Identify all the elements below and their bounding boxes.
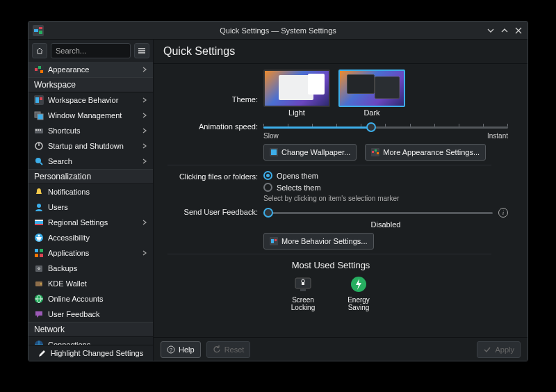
startup-and-shutdown-icon (34, 141, 44, 151)
svg-rect-15 (38, 129, 39, 131)
titlebar[interactable]: Quick Settings — System Settings (28, 22, 528, 40)
selection-hint: Select by clicking on item's selection m… (263, 195, 508, 202)
highlight-changed-button[interactable]: Highlight Changed Settings (28, 345, 153, 361)
svg-rect-24 (35, 224, 43, 225)
backups-icon (34, 263, 44, 273)
svg-rect-9 (35, 97, 39, 103)
svg-rect-39 (372, 151, 374, 153)
svg-point-33 (40, 284, 42, 285)
animation-speed-slider[interactable] (263, 121, 508, 133)
sidebar-item-notifications[interactable]: Notifications (28, 184, 153, 199)
clicking-files-label: Clicking files or folders: (154, 171, 263, 181)
svg-line-20 (40, 163, 42, 165)
radio-selects[interactable]: Selects them (263, 183, 508, 192)
window-management-icon (34, 111, 44, 120)
svg-rect-5 (35, 68, 38, 71)
svg-rect-3 (39, 31, 42, 34)
app-icon (33, 25, 44, 36)
svg-rect-1 (34, 29, 38, 32)
energy-saving-icon (349, 275, 368, 294)
reset-button[interactable]: Reset (206, 341, 251, 358)
online-accounts-icon (34, 294, 44, 304)
chevron-right-icon (142, 250, 147, 256)
svg-point-21 (37, 204, 41, 208)
sidebar-item-window-management[interactable]: Window Management (28, 108, 153, 123)
sidebar-item-applications[interactable]: Applications (28, 245, 153, 261)
svg-rect-44 (275, 239, 277, 241)
chevron-right-icon (142, 128, 147, 133)
sidebar: Search... AppearanceWorkspaceWorkspace B… (28, 40, 154, 361)
info-icon[interactable]: i (498, 208, 508, 218)
svg-rect-2 (39, 27, 42, 29)
sidebar-item-accessibility[interactable]: Accessibility (28, 230, 153, 245)
minimize-button[interactable] (484, 24, 497, 37)
svg-rect-29 (35, 254, 38, 257)
svg-rect-30 (40, 254, 43, 257)
sidebar-section-network: Network (28, 322, 153, 337)
chevron-right-icon (142, 113, 147, 118)
page-title: Quick Settings (154, 40, 528, 64)
sidebar-item-shortcuts[interactable]: Shortcuts (28, 123, 153, 138)
feedback-status: Disabled (263, 220, 508, 229)
feedback-label: Send User Feedback: (154, 206, 263, 216)
chevron-right-icon (142, 97, 147, 103)
svg-rect-43 (271, 239, 274, 243)
radio-icon (263, 183, 272, 192)
chevron-right-icon (142, 143, 147, 149)
help-button[interactable]: ? Help (161, 341, 201, 358)
chevron-right-icon (142, 158, 147, 164)
apply-button[interactable]: Apply (477, 341, 521, 358)
sidebar-item-search[interactable]: Search (28, 154, 153, 169)
svg-point-19 (35, 158, 41, 163)
connections-icon (34, 340, 44, 345)
svg-rect-48 (300, 289, 306, 291)
regional-settings-icon (34, 218, 44, 227)
appearance-icon (371, 148, 379, 156)
sidebar-item-appearance[interactable]: Appearance (28, 62, 153, 77)
maximize-button[interactable] (498, 24, 511, 37)
theme-option-dark[interactable]: Dark (338, 70, 405, 117)
sidebar-item-startup-and-shutdown[interactable]: Startup and Shutdown (28, 138, 153, 154)
radio-icon (263, 171, 272, 180)
help-icon: ? (167, 345, 175, 354)
kde-wallet-icon (34, 279, 44, 288)
most-used-title: Most Used Settings (154, 260, 508, 270)
sidebar-item-connections[interactable]: Connections (28, 337, 153, 345)
screen-locking-icon (293, 275, 313, 294)
window-title: Quick Settings — System Settings (220, 26, 336, 35)
applications-icon (34, 248, 44, 258)
theme-option-light[interactable]: Light (263, 70, 330, 117)
close-button[interactable] (512, 24, 525, 37)
feedback-slider[interactable] (263, 206, 493, 219)
sidebar-item-kde-wallet[interactable]: KDE Wallet (28, 276, 153, 291)
search-input[interactable]: Search... (51, 43, 131, 58)
radio-opens[interactable]: Opens them (263, 171, 508, 180)
shortcuts-icon (34, 126, 44, 136)
workspace-behavior-icon (34, 95, 44, 105)
most-used-screen-locking[interactable]: Screen Locking (286, 275, 320, 311)
sidebar-item-backups[interactable]: Backups (28, 261, 153, 276)
svg-rect-27 (35, 249, 38, 252)
svg-rect-12 (38, 114, 43, 120)
svg-rect-41 (377, 152, 379, 154)
svg-rect-37 (271, 149, 277, 155)
theme-label: Theme: (154, 83, 263, 104)
more-behavior-button[interactable]: More Behavior Settings... (263, 233, 374, 250)
search-icon (34, 156, 44, 166)
more-appearance-button[interactable]: More Appearance Settings... (365, 144, 486, 161)
svg-rect-10 (40, 97, 42, 100)
home-button[interactable] (32, 43, 47, 58)
sidebar-list: AppearanceWorkspaceWorkspace BehaviorWin… (28, 62, 153, 345)
sidebar-section-personalization: Personalization (28, 169, 153, 184)
change-wallpaper-button[interactable]: Change Wallpaper... (263, 144, 357, 161)
sidebar-item-workspace-behavior[interactable]: Workspace Behavior (28, 92, 153, 108)
sidebar-item-users[interactable]: Users (28, 199, 153, 215)
most-used-energy-saving[interactable]: Energy Saving (341, 275, 376, 311)
sidebar-item-user-feedback[interactable]: User Feedback (28, 307, 153, 322)
content-area: Quick Settings Theme: Light Dark (154, 40, 528, 361)
sidebar-item-online-accounts[interactable]: Online Accounts (28, 291, 153, 307)
sidebar-item-regional-settings[interactable]: Regional Settings (28, 215, 153, 230)
dialog-footer: ? Help Reset Apply (154, 337, 528, 361)
svg-rect-47 (302, 282, 304, 285)
menu-button[interactable] (134, 43, 149, 58)
